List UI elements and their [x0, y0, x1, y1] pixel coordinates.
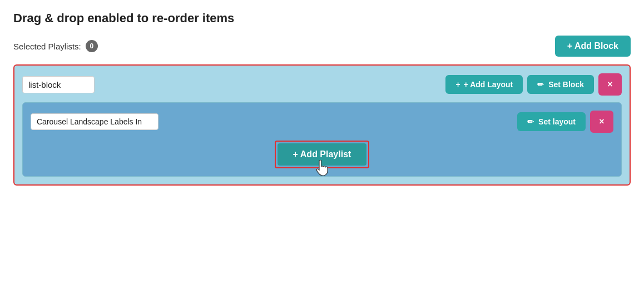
block-container: + + Add Layout ✏ Set Block × ✏ Set layou…	[13, 64, 631, 186]
page-title: Drag & drop enabled to re-order items	[13, 11, 631, 26]
layout-container: ✏ Set layout × + Add Playlist	[22, 102, 622, 177]
plus-icon: +	[455, 80, 460, 89]
add-block-button[interactable]: + Add Block	[555, 36, 631, 57]
add-layout-label: + Add Layout	[464, 80, 513, 89]
block-header-buttons: + + Add Layout ✏ Set Block ×	[445, 73, 622, 96]
set-layout-label: Set layout	[538, 117, 576, 126]
selected-count-badge: 0	[86, 40, 98, 52]
layout-name-input[interactable]	[31, 113, 158, 130]
set-block-button[interactable]: ✏ Set Block	[527, 75, 594, 94]
close-icon: ×	[607, 79, 612, 89]
selected-playlists-text: Selected Playlists:	[13, 42, 81, 51]
playlist-add-area: + Add Playlist	[31, 141, 613, 168]
set-block-label: Set Block	[548, 80, 584, 89]
close-block-button[interactable]: ×	[598, 73, 622, 96]
set-layout-button[interactable]: ✏ Set layout	[517, 112, 586, 131]
edit-icon: ✏	[537, 80, 544, 89]
layout-header-buttons: ✏ Set layout ×	[517, 111, 613, 133]
add-playlist-wrapper: + Add Playlist	[275, 141, 370, 168]
edit-layout-icon: ✏	[527, 117, 534, 126]
close-layout-icon: ×	[599, 117, 604, 127]
add-playlist-button[interactable]: + Add Playlist	[278, 143, 367, 166]
selected-playlists-label: Selected Playlists: 0	[13, 40, 98, 52]
block-header: + + Add Layout ✏ Set Block ×	[22, 73, 622, 96]
close-layout-button[interactable]: ×	[590, 111, 613, 133]
block-name-input[interactable]	[22, 76, 95, 93]
top-bar: Selected Playlists: 0 + Add Block	[13, 36, 631, 57]
add-layout-button[interactable]: + + Add Layout	[445, 75, 523, 94]
layout-header: ✏ Set layout ×	[31, 111, 613, 133]
